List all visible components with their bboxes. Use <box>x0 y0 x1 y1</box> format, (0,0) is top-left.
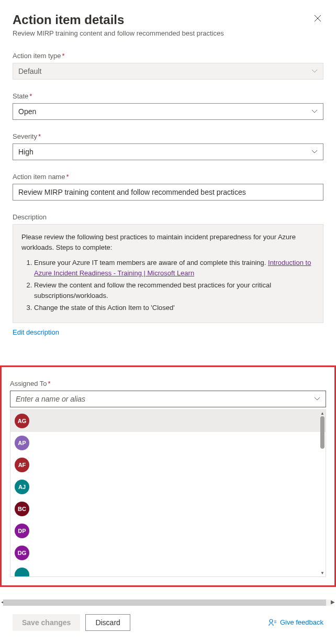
panel-header: Action item details <box>13 13 323 27</box>
value-severity: High <box>18 148 33 156</box>
label-state: State* <box>13 92 323 100</box>
field-action-item-name: Action item name* Review MIRP training c… <box>13 173 323 201</box>
value-action-item-type: Default <box>18 67 41 75</box>
scrollbar-thumb[interactable] <box>320 416 324 449</box>
dropdown-option[interactable]: DG <box>10 542 326 564</box>
dropdown-option[interactable]: AP <box>10 432 326 454</box>
label-assigned-to: Assigned To* <box>10 380 326 387</box>
field-state: State* Open <box>13 92 323 120</box>
scroll-down-arrow[interactable]: ▼ <box>320 571 324 575</box>
label-action-item-type: Action item type* <box>13 52 323 60</box>
avatar: BC <box>15 502 29 516</box>
feedback-link[interactable]: Give feedback <box>268 618 323 627</box>
dropdown-option[interactable]: DP <box>10 520 326 542</box>
scroll-up-arrow[interactable]: ▲ <box>320 411 324 416</box>
dropdown-option[interactable] <box>10 564 326 577</box>
field-action-item-type: Action item type* Default <box>13 52 323 80</box>
panel-title: Action item details <box>13 13 124 27</box>
assigned-to-highlight: Assigned To* Enter a name or alias AGAPA… <box>0 365 336 587</box>
dropdown-option[interactable]: AF <box>10 454 326 476</box>
select-state[interactable]: Open <box>13 103 323 120</box>
close-icon <box>314 15 321 22</box>
avatar: AP <box>15 436 29 450</box>
chevron-down-icon <box>311 67 318 75</box>
label-description: Description <box>13 213 323 221</box>
dropdown-option[interactable]: BC <box>10 498 326 520</box>
select-action-item-type: Default <box>13 63 323 80</box>
edit-description-link[interactable]: Edit description <box>13 328 59 336</box>
panel-footer: Save changes Discard Give feedback <box>0 614 336 643</box>
dropdown-assigned-to: AGAPAFAJBCDPDG ▲ ▼ <box>10 409 326 577</box>
field-severity: Severity* High <box>13 132 323 160</box>
chevron-down-icon <box>311 148 318 156</box>
hscroll-thumb[interactable] <box>3 599 326 606</box>
placeholder-assigned-to: Enter a name or alias <box>16 395 85 403</box>
feedback-icon <box>268 618 277 627</box>
description-step-1: Ensure your Azure IT team members are aw… <box>34 258 315 278</box>
avatar: DG <box>15 546 29 560</box>
select-severity[interactable]: High <box>13 143 323 160</box>
label-action-item-name: Action item name* <box>13 173 323 181</box>
description-step-3: Change the state of this Action Item to … <box>34 303 315 313</box>
field-description: Description Please review the following … <box>13 213 323 336</box>
value-action-item-name: Review MIRP training content and follow … <box>18 188 246 196</box>
footer-actions: Save changes Discard <box>13 614 130 631</box>
combobox-assigned-to: Enter a name or alias AGAPAFAJBCDPDG ▲ ▼ <box>10 391 326 577</box>
avatar: AJ <box>15 480 29 494</box>
chevron-down-icon <box>314 395 320 403</box>
action-item-panel: Action item details Review MIRP training… <box>0 0 336 361</box>
chevron-down-icon <box>311 107 318 116</box>
description-intro: Please review the following best practic… <box>21 232 315 252</box>
save-button: Save changes <box>13 614 80 631</box>
close-button[interactable] <box>312 13 323 26</box>
avatar: AG <box>15 414 29 428</box>
description-content: Please review the following best practic… <box>13 224 323 323</box>
panel-subtitle: Review MIRP training content and follow … <box>13 29 323 37</box>
input-action-item-name[interactable]: Review MIRP training content and follow … <box>13 184 323 201</box>
dropdown-option[interactable]: AJ <box>10 476 326 498</box>
avatar <box>15 568 29 577</box>
value-state: Open <box>18 107 36 116</box>
field-assigned-to: Assigned To* Enter a name or alias AGAPA… <box>10 380 326 577</box>
avatar: DP <box>15 524 29 538</box>
description-step-2: Review the content and follow the recomm… <box>34 280 315 301</box>
horizontal-scrollbar[interactable]: ◀ ▶ <box>3 599 333 606</box>
input-assigned-to[interactable]: Enter a name or alias <box>10 391 326 407</box>
scroll-right-arrow[interactable]: ▶ <box>331 599 335 605</box>
discard-button[interactable]: Discard <box>85 614 130 631</box>
dropdown-option[interactable]: AG <box>10 410 326 432</box>
avatar: AF <box>15 458 29 472</box>
feedback-label: Give feedback <box>280 618 323 626</box>
label-severity: Severity* <box>13 132 323 140</box>
